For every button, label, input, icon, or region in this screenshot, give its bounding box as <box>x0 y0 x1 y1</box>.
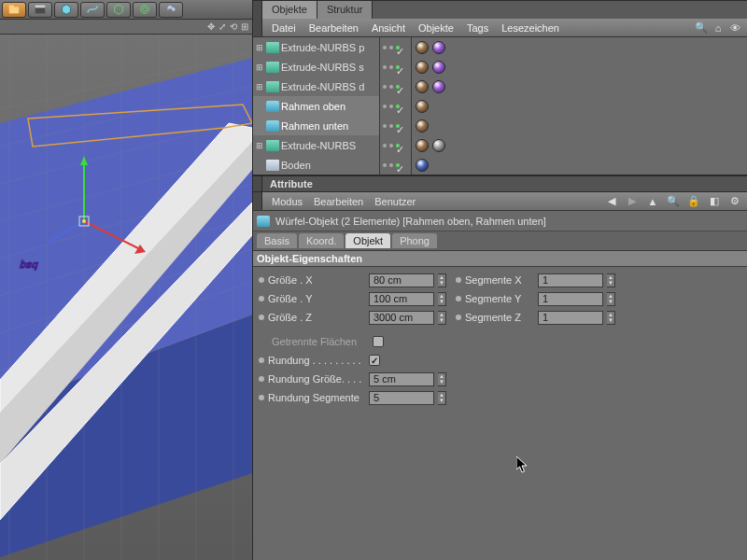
checkbox-sep-surf[interactable] <box>373 336 384 347</box>
phong-tag-icon[interactable] <box>416 80 429 93</box>
eye-icon[interactable]: 👁 <box>728 21 741 35</box>
folder-icon[interactable] <box>2 2 26 18</box>
settings-icon[interactable]: ⚙ <box>728 195 741 208</box>
tag-row <box>412 116 747 135</box>
checkbox-rundung[interactable] <box>369 355 380 366</box>
hierarchy-item[interactable]: Rahmen oben <box>253 96 379 116</box>
home-icon[interactable]: ⌂ <box>712 21 725 35</box>
svg-rect-3 <box>35 6 46 8</box>
field-seg-x[interactable]: 1 <box>538 273 603 287</box>
svg-point-4 <box>141 6 149 14</box>
tab-struktur[interactable]: Struktur <box>317 1 374 19</box>
tag-row <box>412 37 747 57</box>
label-seg-y: Segmente Y <box>465 293 534 304</box>
3d-viewport[interactable]: psd <box>0 35 252 560</box>
spinner-rundung-groesse[interactable]: ▲▼ <box>438 372 446 386</box>
grey-tag-icon[interactable] <box>432 139 445 152</box>
visibility-toggles[interactable]: ✓ <box>380 155 411 175</box>
lock-icon[interactable]: 🔒 <box>687 195 700 208</box>
object-description: Würfel-Objekt (2 Elemente) [Rahmen oben,… <box>275 216 546 227</box>
phong-tag-icon[interactable] <box>416 41 429 54</box>
spinner-seg-y[interactable]: ▲▼ <box>607 292 615 306</box>
field-seg-z[interactable]: 1 <box>538 311 603 325</box>
field-seg-y[interactable]: 1 <box>538 292 603 306</box>
field-rundung-groesse[interactable]: 5 cm <box>369 372 434 386</box>
right-panel: Objekte Struktur Datei Bearbeiten Ansich… <box>252 0 747 560</box>
tab-objekt[interactable]: Objekt <box>345 233 390 248</box>
hierarchy-item[interactable]: Rahmen unten <box>253 116 379 135</box>
hierarchy-item[interactable]: ⊞Extrude-NURBS s <box>253 57 379 77</box>
spinner-size-y[interactable]: ▲▼ <box>438 292 446 306</box>
spinner-size-z[interactable]: ▲▼ <box>438 311 446 325</box>
attributes-menubar: Modus Bearbeiten Benutzer ◀ ▶ ▲ 🔍 🔒 ◧ ⚙ <box>253 192 747 211</box>
spline-icon[interactable] <box>80 2 105 18</box>
purple-tag-icon[interactable] <box>432 41 445 54</box>
field-rundung-segmente[interactable]: 5 <box>369 391 434 405</box>
search-attr-icon[interactable]: 🔍 <box>667 195 680 208</box>
move-icon[interactable]: ✥ <box>207 21 215 32</box>
menu-objekte[interactable]: Objekte <box>418 22 454 34</box>
menu-ansicht[interactable]: Ansicht <box>372 22 405 34</box>
tab-phong[interactable]: Phong <box>392 233 437 248</box>
generator-icon[interactable] <box>106 2 131 18</box>
hierarchy-item[interactable]: Boden <box>253 155 379 175</box>
purple-tag-icon[interactable] <box>432 80 445 93</box>
field-size-y[interactable]: 100 cm <box>369 292 434 306</box>
visibility-toggles[interactable]: ✓ <box>380 116 411 135</box>
phong-tag-icon[interactable] <box>416 61 429 74</box>
field-size-z[interactable]: 3000 cm <box>369 311 434 325</box>
deformer-icon[interactable] <box>133 2 157 18</box>
spinner-seg-z[interactable]: ▲▼ <box>607 311 615 325</box>
visibility-toggles[interactable]: ✓ <box>380 96 411 116</box>
cube-primitive-icon[interactable] <box>54 2 78 18</box>
menu-datei[interactable]: Datei <box>272 22 296 34</box>
visibility-toggles[interactable]: ✓ <box>380 77 411 96</box>
menu-benutzer[interactable]: Benutzer <box>374 196 416 207</box>
spinner-size-x[interactable]: ▲▼ <box>438 273 446 287</box>
label-seg-x: Segmente X <box>465 274 534 286</box>
cube-icon <box>257 216 270 227</box>
menu-bearbeiten-attr[interactable]: Bearbeiten <box>314 196 363 207</box>
hierarchy-label: Extrude-NURBS d <box>281 81 364 92</box>
clapboard-icon[interactable] <box>28 2 52 18</box>
hierarchy-item[interactable]: ⊞Extrude-NURBS p <box>253 37 379 57</box>
hierarchy-item[interactable]: ⊞Extrude-NURBS <box>253 135 379 155</box>
object-hierarchy: ⊞Extrude-NURBS p⊞Extrude-NURBS s⊞Extrude… <box>253 37 747 175</box>
field-size-x[interactable]: 80 cm <box>369 273 434 287</box>
menu-lesezeichen[interactable]: Lesezeichen <box>501 22 559 34</box>
visibility-toggles[interactable]: ✓ <box>380 37 411 57</box>
tab-objekte[interactable]: Objekte <box>262 1 317 19</box>
menu-bearbeiten[interactable]: Bearbeiten <box>309 22 359 34</box>
phong-tag-icon[interactable] <box>416 119 429 133</box>
cube-icon <box>266 101 279 112</box>
zoom-icon[interactable]: ⤢ <box>218 21 226 32</box>
nurbs-icon <box>266 140 279 151</box>
label-rundung-segmente: Rundung Segmente <box>268 392 365 403</box>
hierarchy-label: Boden <box>281 160 311 171</box>
menu-tags[interactable]: Tags <box>467 22 488 34</box>
purple-tag-icon[interactable] <box>432 61 445 74</box>
new-icon[interactable]: ◧ <box>708 195 721 208</box>
menu-modus[interactable]: Modus <box>272 196 303 207</box>
spinner-seg-x[interactable]: ▲▼ <box>607 273 615 287</box>
phong-tag-icon[interactable] <box>416 139 429 152</box>
nav-back-icon[interactable]: ◀ <box>605 195 618 208</box>
sky-icon[interactable] <box>159 2 183 18</box>
tab-basis[interactable]: Basis <box>257 233 297 248</box>
maximize-icon[interactable]: ⊞ <box>241 21 248 32</box>
phong-tag-icon[interactable] <box>416 100 429 113</box>
nav-up-icon[interactable]: ▲ <box>646 195 659 208</box>
hierarchy-label: Rahmen oben <box>281 101 345 112</box>
spinner-rundung-segmente[interactable]: ▲▼ <box>438 391 446 405</box>
visibility-toggles[interactable]: ✓ <box>380 57 411 77</box>
svg-rect-0 <box>9 7 20 13</box>
search-icon[interactable]: 🔍 <box>695 21 708 35</box>
visibility-toggles[interactable]: ✓ <box>380 135 411 155</box>
rotate-icon[interactable]: ⟲ <box>230 21 237 32</box>
svg-text:psd: psd <box>19 259 40 270</box>
svg-rect-1 <box>9 6 14 8</box>
tab-koord[interactable]: Koord. <box>299 233 344 248</box>
nav-fwd-icon[interactable]: ▶ <box>626 195 639 208</box>
hierarchy-item[interactable]: ⊞Extrude-NURBS d <box>253 77 379 96</box>
navy-tag-icon[interactable] <box>416 159 429 172</box>
